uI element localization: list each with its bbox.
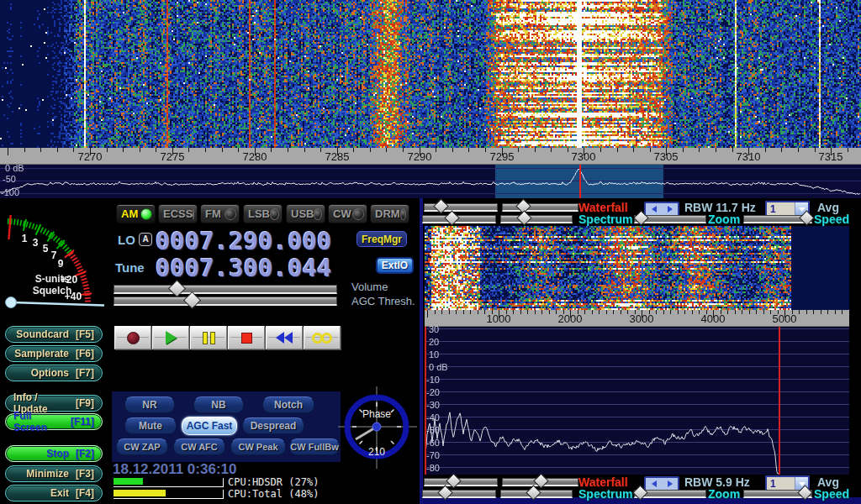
cw-peak-button[interactable]: CW Peak — [230, 438, 286, 455]
exit-button[interactable]: Exit[F4] — [5, 485, 103, 501]
dsp-label: CW AFC — [181, 442, 218, 452]
mute-button[interactable]: Mute — [124, 417, 177, 434]
aspec-brightness-slider[interactable] — [422, 490, 496, 498]
tune-frequency[interactable]: 0007.300.044 — [156, 254, 332, 282]
zoom-slider[interactable] — [634, 215, 706, 223]
mode-label: ECSS — [163, 207, 193, 220]
button-label: Minimize — [26, 468, 69, 480]
mode-led-icon — [140, 208, 152, 220]
tune-marker[interactable] — [579, 165, 581, 198]
mode-label: USB — [291, 207, 314, 220]
audio-marker-right[interactable] — [779, 327, 780, 475]
mode-led-icon — [352, 208, 364, 220]
mode-am-button[interactable]: AM — [116, 204, 156, 223]
button-key: [F7] — [76, 367, 94, 379]
mode-cw-button[interactable]: CW — [328, 204, 367, 223]
mode-led-icon — [224, 208, 236, 220]
slider-thumb[interactable] — [516, 210, 531, 225]
dsp-label: NB — [211, 399, 225, 411]
cw-fullbw-button[interactable]: CW FullBw — [289, 438, 340, 455]
spin-right-icon[interactable] — [668, 206, 673, 213]
volume-slider[interactable] — [114, 285, 337, 294]
agc-fast-button[interactable]: AGC Fast — [182, 417, 237, 435]
slider-thumb[interactable] — [437, 485, 452, 500]
extio-label: ExtIO — [382, 260, 408, 271]
rf-waterfall[interactable] — [0, 0, 861, 148]
pause-button[interactable] — [190, 326, 227, 349]
audio-speed-slider[interactable] — [743, 490, 812, 498]
cw-zap-button[interactable]: CW ZAP — [116, 438, 168, 455]
rf-spectrum-trace — [0, 165, 861, 198]
button-key: [F5] — [76, 328, 94, 340]
wf-brightness-slider[interactable] — [424, 203, 498, 212]
stop-icon — [241, 333, 252, 344]
audio-db-label: -60 — [426, 438, 440, 448]
info-update-button[interactable]: Info / Update[F9] — [5, 395, 103, 412]
loop-button[interactable] — [304, 326, 341, 349]
dsp-label: NR — [142, 399, 156, 411]
spec-brightness-slider[interactable] — [422, 215, 496, 223]
spin-left-icon[interactable] — [652, 206, 657, 213]
spin-right-icon[interactable] — [668, 480, 673, 487]
despread-button[interactable]: Despread — [242, 417, 304, 434]
audio-zoom-slider[interactable] — [634, 490, 706, 498]
lo-auto-badge[interactable]: A — [139, 233, 152, 246]
mode-fm-button[interactable]: FM — [200, 204, 240, 223]
spec-contrast-slider[interactable] — [500, 215, 573, 223]
dsp-label: AGC Fast — [187, 420, 233, 432]
rf-spectrum-tab[interactable]: Spectrum — [578, 213, 633, 226]
volume-slider-thumb[interactable] — [168, 280, 186, 297]
cw-afc-button[interactable]: CW AFC — [173, 438, 225, 455]
audio-waterfall[interactable] — [425, 226, 849, 310]
agc-slider-thumb[interactable] — [183, 291, 201, 309]
slider-thumb[interactable] — [433, 198, 448, 213]
mode-usb-button[interactable]: USB — [286, 204, 325, 223]
dsp-label: Notch — [274, 399, 303, 411]
zoom-label: Zoom — [708, 213, 740, 226]
squelch-handle[interactable] — [6, 297, 17, 308]
awf-brightness-slider[interactable] — [424, 478, 498, 486]
pause-icon — [203, 332, 215, 344]
rf-scale-label: 7280 — [243, 150, 267, 163]
audio-db-label: 10 — [429, 349, 439, 360]
extio-button[interactable]: ExtIO — [376, 257, 414, 274]
cpu-hdsdr-track — [114, 478, 224, 487]
stop-playback-button[interactable] — [228, 326, 265, 349]
lo-frequency[interactable]: 0007.290.000 — [156, 227, 332, 255]
mode-ecss-button[interactable]: ECSS — [158, 204, 198, 223]
record-button[interactable] — [114, 326, 151, 349]
squelch-needle[interactable] — [12, 302, 104, 306]
db-label: 0 dB — [5, 163, 24, 173]
freqmgr-button[interactable]: FreqMgr — [357, 231, 407, 247]
agc-threshold-slider[interactable] — [114, 297, 337, 306]
spin-left-icon[interactable] — [652, 480, 657, 487]
mode-lsb-button[interactable]: LSB — [243, 204, 283, 223]
audio-spectrum-tab[interactable]: Spectrum — [578, 487, 633, 501]
mode-drm-button[interactable]: DRM — [370, 204, 409, 223]
notch-button[interactable]: Notch — [262, 396, 314, 413]
samplerate-button[interactable]: Samplerate[F6] — [5, 345, 103, 362]
nb-button[interactable]: NB — [193, 396, 244, 413]
nr-button[interactable]: NR — [124, 396, 175, 413]
minimize-button[interactable]: Minimize[F3] — [5, 465, 103, 482]
slider-thumb[interactable] — [445, 210, 460, 225]
stop-button[interactable]: Stop[F2] — [5, 445, 103, 462]
wf-contrast-slider[interactable] — [502, 203, 578, 212]
speed-slider[interactable] — [743, 215, 812, 223]
button-key: [F2] — [76, 448, 94, 459]
awf-contrast-slider[interactable] — [502, 478, 578, 486]
audio-db-label: -80 — [426, 463, 440, 473]
loop-icon — [312, 333, 332, 344]
slider-thumb[interactable] — [526, 485, 541, 500]
play-button[interactable] — [152, 326, 189, 349]
rewind-button[interactable] — [266, 326, 303, 349]
button-label: Stop — [46, 448, 69, 459]
slider-thumb[interactable] — [446, 473, 462, 488]
fullscreen-button[interactable]: Full Screen[F11] — [5, 413, 103, 430]
options-button[interactable]: Options[F7] — [5, 365, 103, 381]
audio-db-label: -30 — [426, 400, 440, 410]
soundcard-button[interactable]: Soundcard[F5] — [5, 326, 103, 343]
rf-scale-label: 7295 — [490, 150, 515, 163]
lo-label: LO — [118, 233, 135, 247]
aspec-contrast-slider[interactable] — [500, 490, 573, 498]
